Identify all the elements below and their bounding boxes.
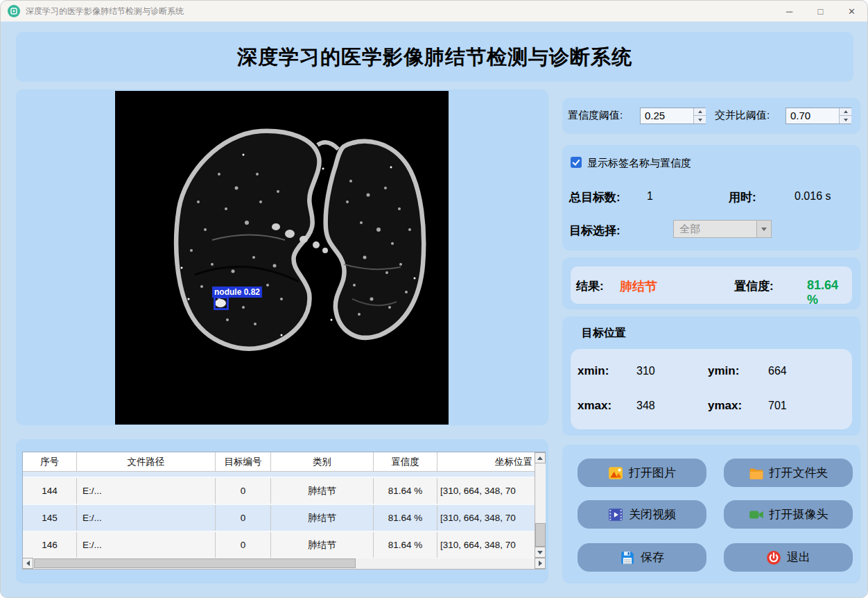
cell-class: 肺结节 bbox=[271, 505, 374, 531]
window-title: 深度学习的医学影像肺结节检测与诊断系统 bbox=[26, 6, 184, 17]
vertical-scrollbar[interactable] bbox=[535, 452, 546, 558]
col-header-confidence[interactable]: 置信度 bbox=[374, 452, 437, 471]
result-inner-panel: 结果: 肺结节 置信度: 81.64 % bbox=[571, 266, 852, 304]
xmin-value: 310 bbox=[636, 365, 655, 377]
table-row[interactable]: 144 E:/... 0 肺结节 81.64 % [310, 664, 348,… bbox=[23, 478, 545, 505]
open-image-button[interactable]: 打开图片 bbox=[578, 459, 706, 487]
app-window: 深度学习的医学影像肺结节检测与诊断系统 ─ □ ✕ 深度学习的医学影像肺结节检测… bbox=[0, 0, 868, 598]
cell-target-id: 0 bbox=[216, 478, 271, 504]
cell-class: 肺结节 bbox=[271, 532, 374, 558]
open-folder-label: 打开文件夹 bbox=[770, 465, 828, 481]
open-camera-button[interactable]: 打开摄像头 bbox=[724, 500, 853, 529]
table-row[interactable]: 146 E:/... 0 肺结节 81.64 % [310, 664, 348,… bbox=[23, 532, 545, 559]
ymax-label: ymax: bbox=[708, 399, 742, 413]
horizontal-scrollbar[interactable] bbox=[22, 558, 546, 570]
camera-icon bbox=[749, 507, 764, 522]
result-label: 结果: bbox=[576, 278, 604, 294]
total-targets-value: 1 bbox=[647, 190, 653, 203]
scroll-right-button[interactable] bbox=[535, 558, 546, 569]
image-icon bbox=[608, 465, 623, 481]
col-header-index[interactable]: 序号 bbox=[23, 452, 77, 471]
col-header-class[interactable]: 类别 bbox=[271, 452, 374, 471]
ymax-value: 701 bbox=[768, 400, 787, 412]
lung-ct-scan bbox=[115, 91, 449, 425]
ymin-label: ymin: bbox=[708, 364, 739, 378]
cell-confidence: 81.64 % bbox=[374, 478, 437, 504]
iou-threshold-value[interactable]: 0.70 bbox=[790, 108, 810, 123]
video-icon bbox=[608, 507, 623, 522]
xmax-value: 348 bbox=[636, 400, 655, 412]
open-folder-button[interactable]: 打开文件夹 bbox=[724, 459, 853, 487]
app-icon bbox=[8, 5, 20, 17]
xmax-label: xmax: bbox=[578, 399, 611, 413]
time-value: 0.016 s bbox=[795, 190, 831, 203]
cell-confidence: 81.64 % bbox=[374, 532, 437, 558]
xmin-label: xmin: bbox=[578, 364, 609, 378]
cell-filepath: E:/... bbox=[77, 532, 216, 558]
spin-down-button[interactable] bbox=[694, 116, 706, 123]
cell-target-id: 0 bbox=[216, 532, 271, 558]
actions-card: 打开图片 打开文件夹 bbox=[562, 445, 860, 583]
cell-coords: [310, 664, 348, 70 bbox=[437, 478, 534, 504]
window-controls: ─ □ ✕ bbox=[774, 1, 867, 22]
page-title: 深度学习的医学影像肺结节检测与诊断系统 bbox=[16, 32, 853, 82]
iou-threshold-spinbox[interactable]: 0.70 bbox=[785, 108, 851, 124]
col-header-coords[interactable]: 坐标位置 bbox=[437, 452, 534, 471]
result-value: 肺结节 bbox=[620, 278, 657, 295]
horizontal-scrollbar-thumb[interactable] bbox=[34, 558, 356, 568]
scroll-left-button[interactable] bbox=[22, 558, 33, 569]
result-confidence-value: 81.64 % bbox=[807, 278, 852, 307]
close-button[interactable]: ✕ bbox=[836, 1, 867, 22]
power-icon bbox=[766, 550, 781, 565]
confidence-threshold-value[interactable]: 0.25 bbox=[645, 108, 665, 123]
detections-table: 序号 文件路径 目标编号 类别 置信度 坐标位置 144 E:/... 0 肺结… bbox=[22, 452, 546, 570]
spin-down-button[interactable] bbox=[840, 116, 851, 123]
save-button[interactable]: 保存 bbox=[578, 543, 706, 572]
time-label: 用时: bbox=[729, 189, 756, 205]
target-select-value: 全部 bbox=[679, 221, 700, 237]
spin-up-button[interactable] bbox=[694, 108, 706, 116]
target-position-card: 目标位置 xmin: 310 ymin: 664 xmax: 348 ymax:… bbox=[562, 316, 860, 436]
result-card: 结果: 肺结节 置信度: 81.64 % bbox=[562, 257, 860, 309]
target-select-dropdown[interactable]: 全部 bbox=[673, 220, 772, 238]
cell-coords: [310, 664, 348, 70 bbox=[437, 505, 534, 531]
cell-filepath: E:/... bbox=[77, 505, 216, 531]
total-targets-label: 总目标数: bbox=[569, 189, 620, 205]
show-labels-checkbox[interactable] bbox=[571, 157, 582, 168]
options-card: 显示标签名称与置信度 总目标数: 1 用时: 0.016 s 目标选择: 全部 bbox=[562, 145, 860, 250]
image-viewer-card: nodule 0.82 bbox=[16, 89, 548, 425]
table-card: 序号 文件路径 目标编号 类别 置信度 坐标位置 144 E:/... 0 肺结… bbox=[16, 439, 548, 583]
detection-bounding-box bbox=[214, 296, 229, 310]
vertical-scrollbar-thumb[interactable] bbox=[535, 523, 546, 547]
cell-class: 肺结节 bbox=[271, 478, 374, 504]
iou-threshold-label: 交并比阈值: bbox=[715, 109, 770, 122]
minimize-button[interactable]: ─ bbox=[774, 1, 805, 22]
confidence-threshold-label: 置信度阈值: bbox=[568, 109, 623, 122]
target-position-panel: xmin: 310 ymin: 664 xmax: 348 ymax: 701 bbox=[571, 349, 852, 429]
close-video-button[interactable]: 关闭视频 bbox=[578, 500, 706, 529]
result-confidence-label: 置信度: bbox=[734, 278, 774, 294]
exit-button[interactable]: 退出 bbox=[724, 543, 853, 572]
cell-coords: [310, 664, 348, 70 bbox=[437, 532, 534, 558]
ct-image: nodule 0.82 bbox=[115, 91, 449, 425]
table-row[interactable]: 145 E:/... 0 肺结节 81.64 % [310, 664, 348,… bbox=[23, 505, 545, 532]
col-header-filepath[interactable]: 文件路径 bbox=[77, 452, 216, 471]
maximize-button[interactable]: □ bbox=[805, 1, 836, 22]
target-position-title: 目标位置 bbox=[582, 326, 626, 341]
confidence-threshold-spinbox[interactable]: 0.25 bbox=[640, 108, 706, 124]
cell-confidence: 81.64 % bbox=[374, 505, 437, 531]
save-icon bbox=[620, 550, 635, 565]
cell-index: 145 bbox=[23, 505, 77, 531]
thresholds-card: 置信度阈值: 0.25 交并比阈值: 0.70 bbox=[562, 98, 860, 134]
scroll-up-button[interactable] bbox=[535, 452, 546, 463]
close-video-label: 关闭视频 bbox=[629, 506, 676, 522]
col-header-target-id[interactable]: 目标编号 bbox=[216, 452, 271, 471]
scroll-down-button[interactable] bbox=[535, 547, 546, 558]
show-labels-label: 显示标签名称与置信度 bbox=[587, 157, 691, 170]
table-row-partial bbox=[23, 472, 545, 478]
spin-up-button[interactable] bbox=[840, 108, 851, 116]
save-label: 保存 bbox=[641, 549, 664, 565]
dropdown-arrow-button[interactable] bbox=[756, 221, 771, 237]
ymin-value: 664 bbox=[768, 365, 787, 377]
target-select-label: 目标选择: bbox=[569, 223, 620, 239]
